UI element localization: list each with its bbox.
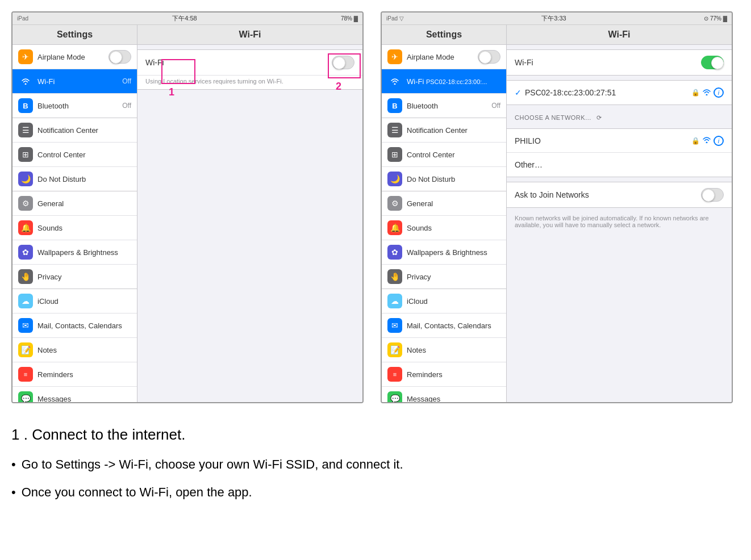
sidebar-item-general[interactable]: ⚙ General	[12, 191, 137, 216]
sidebar-item-bluetooth[interactable]: B Bluetooth Off	[12, 94, 137, 118]
sidebar-item-mail[interactable]: ✉ Mail, Contacts, Calendars	[12, 314, 137, 338]
right-ask-join-sublabel: Known networks will be joined automatica…	[507, 212, 732, 233]
spinner-icon: ⟳	[596, 114, 602, 121]
right-sidebar-item-donotdisturb[interactable]: 🌙 Do Not Disturb	[382, 167, 506, 191]
lock-icon: 🔒	[691, 89, 700, 97]
sidebar-item-notification[interactable]: ☰ Notification Center	[12, 118, 137, 143]
ask-join-toggle[interactable]	[701, 188, 724, 202]
right-control-icon: ⊞	[387, 147, 402, 162]
philio-label: PHILIO	[515, 136, 691, 145]
sidebar-item-control[interactable]: ⊞ Control Center	[12, 143, 137, 167]
right-sidebar-item-mail[interactable]: ✉ Mail, Contacts, Calendars	[382, 314, 506, 338]
right-sidebar-item-reminders[interactable]: ≡ Reminders	[382, 362, 506, 387]
left-time: 下午4:58	[172, 14, 197, 23]
right-battery: ⊙ 77% ▓	[704, 15, 727, 22]
philio-info-icon[interactable]: i	[714, 136, 724, 146]
right-sounds-label: Sounds	[407, 224, 500, 232]
notification-label: Notification Center	[37, 126, 131, 135]
bullet-dot-2: •	[11, 483, 16, 502]
philio-wifi-icon	[702, 136, 711, 145]
right-notes-icon: 📝	[387, 342, 402, 357]
right-wifi-toggle-row[interactable]: Wi-Fi	[507, 50, 732, 75]
right-sidebar-item-airplane[interactable]: ✈ Airplane Mode	[382, 45, 506, 69]
donotdisturb-label: Do Not Disturb	[37, 175, 131, 183]
sidebar-item-airplane[interactable]: ✈ Airplane Mode	[12, 45, 137, 69]
right-sidebar-item-messages[interactable]: 💬 Messages	[382, 387, 506, 402]
right-wifi-toggle[interactable]	[701, 56, 724, 69]
right-sidebar-item-privacy[interactable]: 🤚 Privacy	[382, 265, 506, 289]
control-label: Control Center	[37, 151, 131, 159]
right-mail-label: Mail, Contacts, Calendars	[407, 321, 500, 330]
right-sidebar-group-preferences: ⚙ General 🔔 Sounds ✿ Wallpapers & Bright…	[382, 191, 506, 289]
right-sidebar-item-wallpapers[interactable]: ✿ Wallpapers & Brightness	[382, 240, 506, 265]
left-sidebar-group-system: ☰ Notification Center ⊞ Control Center 🌙…	[12, 118, 137, 191]
wifi-icon	[18, 74, 33, 89]
right-sidebar-item-icloud[interactable]: ☁ iCloud	[382, 289, 506, 314]
left-wifi-header: Wi-Fi	[137, 25, 362, 45]
right-sidebar-title: Settings	[382, 25, 506, 45]
right-messages-icon: 💬	[387, 391, 402, 402]
right-wifi-toggle-section: Wi-Fi	[507, 49, 732, 76]
left-wifi-row[interactable]: Wi-Fi	[137, 50, 362, 76]
right-sidebar-group-system: ☰ Notification Center ⊞ Control Center 🌙…	[382, 118, 506, 191]
annotation-2: 2	[336, 81, 341, 93]
right-sidebar[interactable]: Settings ✈ Airplane Mode	[382, 25, 507, 402]
right-network-other[interactable]: Other…	[507, 153, 732, 177]
left-settings-layout: Settings ✈ Airplane Mode	[12, 25, 362, 402]
right-mail-icon: ✉	[387, 318, 402, 333]
sidebar-item-messages[interactable]: 💬 Messages	[12, 387, 137, 402]
text-content: 1 . Connect to the internet. • Go to Set…	[11, 420, 740, 516]
right-ipad-screenshot: iPad ▽ 下午3:33 ⊙ 77% ▓ Settings ✈ Airplan…	[381, 11, 733, 403]
sidebar-item-icloud[interactable]: ☁ iCloud	[12, 289, 137, 314]
left-ipad-screenshot: iPad 下午4:58 78% ▓ Settings ✈ Airplane Mo…	[11, 11, 364, 403]
right-sidebar-item-general[interactable]: ⚙ General	[382, 191, 506, 216]
right-privacy-label: Privacy	[407, 273, 500, 281]
sidebar-item-wallpapers[interactable]: ✿ Wallpapers & Brightness	[12, 240, 137, 265]
left-sidebar[interactable]: Settings ✈ Airplane Mode	[12, 25, 137, 402]
right-icloud-label: iCloud	[407, 297, 500, 306]
right-bluetooth-label: Bluetooth	[407, 102, 491, 110]
bullet-text-1: Go to Settings -> Wi-Fi, choose your own…	[22, 455, 403, 474]
right-connected-row[interactable]: ✓ PSC02-18:cc:23:00:27:51 🔒	[507, 81, 732, 105]
annotation-1: 1	[169, 86, 174, 98]
mail-icon: ✉	[18, 318, 33, 333]
notification-icon: ☰	[18, 123, 33, 137]
right-wifi-icon	[387, 74, 402, 89]
airplane-toggle[interactable]	[109, 50, 131, 64]
section-title: 1 . Connect to the internet.	[11, 426, 740, 444]
sidebar-item-privacy[interactable]: 🤚 Privacy	[12, 265, 137, 289]
left-wifi-section: Wi-Fi Using Location services requires t…	[137, 49, 362, 90]
info-icon[interactable]: i	[714, 87, 724, 98]
right-sidebar-item-control[interactable]: ⊞ Control Center	[382, 143, 506, 167]
right-sidebar-item-bluetooth[interactable]: B Bluetooth Off	[382, 94, 506, 118]
right-sidebar-item-notes[interactable]: 📝 Notes	[382, 338, 506, 362]
left-sidebar-group-connectivity: ✈ Airplane Mode Wi-Fi	[12, 45, 137, 118]
sidebar-item-reminders[interactable]: ≡ Reminders	[12, 362, 137, 387]
right-ask-join-row[interactable]: Ask to Join Networks	[507, 182, 732, 207]
right-sidebar-item-sounds[interactable]: 🔔 Sounds	[382, 216, 506, 240]
left-wifi-toggle[interactable]	[332, 56, 354, 69]
left-status-bar: iPad 下午4:58 78% ▓	[12, 12, 362, 25]
messages-label: Messages	[37, 395, 131, 403]
bullet-item-1: • Go to Settings -> Wi-Fi, choose your o…	[11, 455, 740, 474]
general-icon: ⚙	[18, 196, 33, 211]
right-sidebar-item-wifi[interactable]: Wi-Fi PSC02-18:cc:23:00:...	[382, 69, 506, 94]
left-sidebar-group-apps: ☁ iCloud ✉ Mail, Contacts, Calendars 📝 N…	[12, 289, 137, 402]
sidebar-item-sounds[interactable]: 🔔 Sounds	[12, 216, 137, 240]
ask-join-label: Ask to Join Networks	[515, 190, 701, 199]
mail-label: Mail, Contacts, Calendars	[37, 321, 131, 330]
right-sidebar-item-notification[interactable]: ☰ Notification Center	[382, 118, 506, 143]
wifi-strength-icon	[702, 89, 711, 97]
sidebar-item-notes[interactable]: 📝 Notes	[12, 338, 137, 362]
right-network-list: PHILIO 🔒 i	[507, 128, 732, 177]
right-network-philio[interactable]: PHILIO 🔒 i	[507, 129, 732, 153]
sidebar-item-donotdisturb[interactable]: 🌙 Do Not Disturb	[12, 167, 137, 191]
general-label: General	[37, 199, 131, 208]
wallpapers-label: Wallpapers & Brightness	[37, 248, 131, 257]
right-airplane-label: Airplane Mode	[407, 53, 478, 61]
right-wallpapers-icon: ✿	[387, 245, 402, 260]
right-notes-label: Notes	[407, 346, 500, 354]
sidebar-item-wifi[interactable]: Wi-Fi Off	[12, 69, 137, 94]
privacy-label: Privacy	[37, 273, 131, 281]
right-airplane-toggle[interactable]	[478, 50, 500, 64]
